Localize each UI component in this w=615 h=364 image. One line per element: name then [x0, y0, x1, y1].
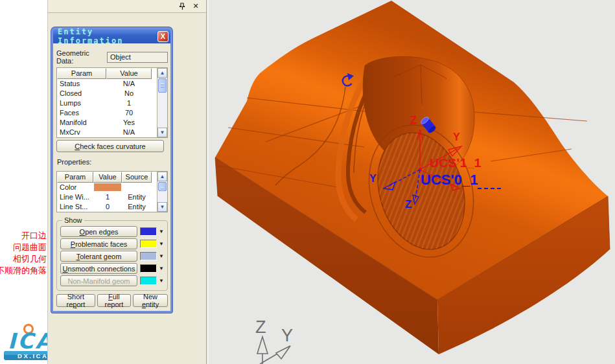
params-scrollbar[interactable]: ▲ ▼	[157, 68, 167, 137]
color-swatch[interactable]	[140, 227, 157, 236]
show-groupbox: Show Open edges ▼ Problematic faces ▼ To…	[56, 220, 168, 291]
non-manifold-geom-button: Non-Manifold geom	[60, 275, 137, 286]
axis-z-label: Z	[255, 317, 266, 337]
table-row[interactable]: Lumps1	[57, 98, 157, 108]
color-swatch[interactable]	[94, 183, 121, 191]
scroll-down-icon[interactable]: ▼	[157, 202, 167, 212]
annotation-open-edges: 开口边	[0, 230, 47, 242]
table-row[interactable]: Line Wi... 1 Entity	[57, 192, 157, 202]
short-report-button[interactable]: Short report	[56, 294, 95, 307]
ucs-red-z-label: Z	[410, 114, 417, 126]
tolerant-geom-color-picker[interactable]: ▼	[140, 252, 164, 260]
pin-icon[interactable]	[178, 2, 187, 11]
table-row[interactable]: Color	[57, 183, 157, 192]
params-header-value[interactable]: Value	[106, 68, 152, 79]
unsmooth-connections-button[interactable]: Unsmooth connections	[60, 263, 137, 274]
annotation-problematic-faces: 问题曲面	[0, 242, 47, 253]
table-row[interactable]: Faces70	[57, 108, 157, 118]
chevron-down-icon[interactable]: ▼	[159, 253, 164, 259]
annotation-tangent-geom: 相切几何	[0, 253, 47, 265]
color-swatch[interactable]	[140, 240, 157, 248]
panel-close-icon[interactable]: ✕	[191, 2, 200, 11]
check-faces-curvature-button[interactable]: Check faces curvature	[56, 140, 164, 152]
tolerant-geom-button[interactable]: Tolerant geom	[60, 251, 137, 262]
props-header-source[interactable]: Source	[122, 172, 152, 183]
scroll-up-icon[interactable]: ▲	[157, 172, 167, 181]
open-edges-button[interactable]: Open edges	[60, 226, 137, 237]
table-row[interactable]: StatusN/A	[57, 79, 157, 89]
3d-viewport[interactable]: Z Y Y Z UCS'1_1	[209, 0, 615, 364]
props-scrollbar[interactable]: ▲ ▼	[157, 172, 167, 212]
table-row[interactable]: Line St... 0 Entity	[57, 202, 157, 212]
axis-y-label: Y	[281, 326, 293, 345]
props-header-value[interactable]: Value	[93, 172, 122, 183]
dialog-footer: Short report Full report New entity	[56, 294, 168, 307]
left-margin-column: 开口边 问题曲面 相切几何 不顺滑的角落 ICAX DX.ICAX.CN	[0, 0, 47, 364]
properties-table: Param Value Source Color Line Wi... 1	[56, 171, 168, 212]
show-group-label: Show	[62, 216, 84, 224]
annotation-unsmooth-corners: 不顺滑的角落	[0, 265, 47, 277]
panel-titlebar: ✕	[48, 0, 206, 13]
ucs-red-y-label: Y	[453, 131, 460, 142]
app-window: 开口边 问题曲面 相切几何 不顺滑的角落 ICAX DX.ICAX.CN ✕ E…	[0, 0, 615, 364]
ucs-name-blue: UCS'0_1	[421, 172, 478, 188]
table-row[interactable]: MxCrvN/A	[57, 128, 157, 137]
scroll-down-icon[interactable]: ▼	[157, 128, 167, 137]
dialog-titlebar[interactable]: Entity Information X	[53, 29, 170, 43]
non-manifold-color-picker[interactable]: ▼	[140, 277, 164, 285]
open-edges-color-picker[interactable]: ▼	[140, 227, 164, 236]
chevron-down-icon[interactable]: ▼	[159, 241, 164, 247]
ucs-blue-y-label: Y	[369, 173, 377, 184]
docked-panel: ✕ Entity Information X Geometric Data: O…	[47, 0, 206, 364]
geometric-data-field[interactable]: Object	[107, 52, 168, 63]
table-row[interactable]: ManifoldYes	[57, 118, 157, 128]
params-header-param[interactable]: Param	[57, 68, 106, 79]
scroll-up-icon[interactable]: ▲	[157, 68, 167, 78]
new-entity-button[interactable]: New entity	[133, 294, 168, 307]
full-report-button[interactable]: Full report	[97, 294, 131, 307]
geometric-data-label: Geometric Data:	[56, 49, 107, 65]
table-row[interactable]: ClosedNo	[57, 89, 157, 98]
ucs-name-red: UCS'1_1	[430, 156, 482, 170]
props-header-param[interactable]: Param	[57, 172, 93, 183]
ucs-blue-z-label: Z	[405, 198, 412, 210]
dialog-title: Entity Information	[58, 27, 157, 45]
params-table: Param Value StatusN/A ClosedNo Lumps1 Fa…	[56, 67, 168, 138]
problematic-faces-color-picker[interactable]: ▼	[140, 240, 164, 248]
model-canvas[interactable]: Z Y Y Z UCS'1_1	[209, 0, 615, 364]
dialog-close-button[interactable]: X	[157, 31, 168, 42]
color-swatch[interactable]	[140, 252, 157, 260]
chevron-down-icon[interactable]: ▼	[159, 266, 164, 271]
unsmooth-connections-color-picker[interactable]: ▼	[140, 264, 164, 273]
problematic-faces-button[interactable]: Problematic faces	[60, 238, 137, 249]
color-swatch[interactable]	[140, 277, 157, 285]
chevron-down-icon[interactable]: ▼	[159, 229, 164, 234]
properties-label: Properties:	[57, 158, 168, 166]
scrollbar-thumb[interactable]	[158, 182, 167, 191]
scrollbar-thumb[interactable]	[158, 78, 167, 93]
color-swatch[interactable]	[140, 264, 157, 273]
chevron-down-icon[interactable]: ▼	[159, 278, 164, 284]
entity-information-dialog: Entity Information X Geometric Data: Obj…	[51, 27, 172, 313]
